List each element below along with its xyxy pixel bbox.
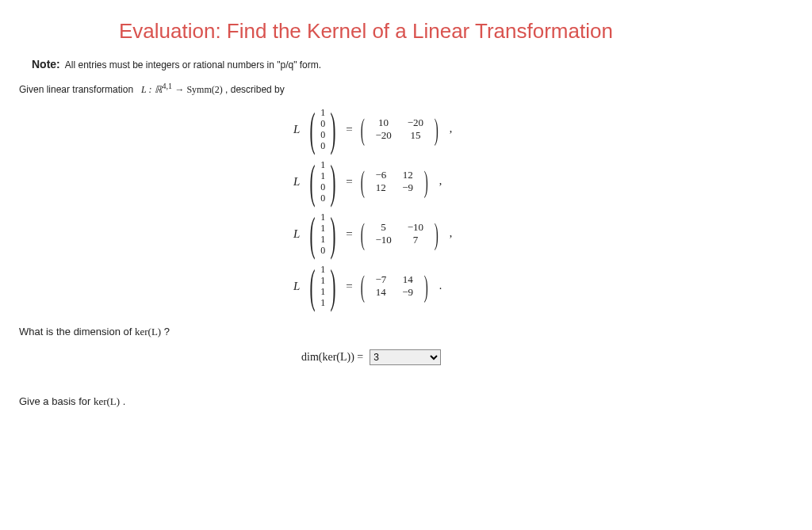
vec-entry: 1 [320,264,325,275]
output-matrix: ( 5−10−107 ) [358,221,442,246]
equals-symbol: = [346,280,352,293]
input-vector: ( 1 1 1 1 ) [304,264,341,308]
mat-entry: −9 [394,181,421,194]
input-vector: ( 1 0 0 0 ) [304,107,341,151]
dim-label: dim(ker(L)) = [301,351,363,364]
vec-entry: 1 [320,159,325,170]
vec-entry: 1 [320,170,325,181]
comma: , [439,175,442,188]
page-title: Evaluation: Find the Kernel of a Linear … [119,19,796,44]
mat-entry: 14 [367,286,394,299]
L-symbol: L [293,175,300,189]
note-text: All entries must be integers or rational… [65,59,321,71]
input-vector: ( 1 1 0 0 ) [304,159,341,204]
equals-symbol: = [346,227,352,241]
input-vector: ( 1 1 1 0 ) [304,212,341,256]
mat-entry: −6 [367,169,394,181]
vec-entry: 1 [320,297,325,308]
mat-entry: 5 [367,221,399,234]
mat-entry: −20 [400,116,431,129]
mat-entry: −20 [367,129,399,142]
mat-entry: 15 [400,129,431,142]
q-dim-suffix: ? [164,326,170,337]
note-line: Note: All entries must be integers or ra… [32,58,796,71]
question-basis: Give a basis for ker(L) . [19,395,796,408]
equation-row: L ( 1 1 1 1 ) = ( −71414−9 ) . [293,264,796,308]
mat-entry: −7 [367,273,394,286]
mat-entry: 14 [394,273,421,286]
L-symbol: L [293,227,300,241]
given-L: L : ℝ [141,84,162,95]
given-exp: 4,1 [163,82,173,90]
comma: , [450,123,453,135]
question-dimension: What is the dimension of ker(L) ? [19,326,796,338]
dim-answer-row: dim(ker(L)) = 3 [301,349,796,365]
vec-entry: 1 [320,223,325,234]
mat-entry: 10 [367,116,399,129]
equals-symbol: = [346,123,352,136]
L-symbol: L [293,280,300,293]
dim-select[interactable]: 3 [370,349,441,365]
q-basis-ker: ker(L) [94,395,120,407]
vec-entry: 0 [320,129,325,140]
equation-row: L ( 1 0 0 0 ) = ( 10−20−2015 ) , [293,107,796,151]
vec-entry: 1 [320,286,325,297]
vec-entry: 0 [320,193,325,204]
q-dim-prefix: What is the dimension of [19,326,135,337]
mat-entry: −10 [400,221,431,234]
mat-entry: 12 [394,169,421,181]
equals-symbol: = [346,175,352,189]
vec-entry: 1 [320,275,325,286]
mat-entry: −9 [394,286,421,299]
mat-entry: 7 [400,234,431,246]
equation-row: L ( 1 1 0 0 ) = ( −61212−9 ) , [293,159,796,204]
note-label: Note: [32,58,60,71]
q-basis-prefix: Give a basis for [19,395,94,407]
vec-entry: 0 [320,181,325,193]
output-matrix: ( −71414−9 ) [358,273,431,299]
mat-entry: −10 [367,234,399,246]
equations-block: L ( 1 0 0 0 ) = ( 10−20−2015 ) , L ( 1 1… [293,107,796,308]
vec-entry: 0 [320,140,325,151]
vec-entry: 0 [320,245,325,256]
q-dim-ker: ker(L) [135,326,161,337]
L-symbol: L [293,123,300,136]
comma: , [450,227,453,240]
equation-row: L ( 1 1 1 0 ) = ( 5−10−107 ) , [293,212,796,256]
given-suffix: , described by [225,84,285,95]
output-matrix: ( 10−20−2015 ) [358,116,442,142]
given-line: Given linear transformation L : ℝ4,1 → S… [19,82,796,96]
output-matrix: ( −61212−9 ) [358,169,431,194]
vec-entry: 0 [320,118,325,129]
mat-entry: 12 [367,181,394,194]
comma: . [439,280,442,292]
q-basis-suffix: . [123,395,126,407]
vec-entry: 1 [320,234,325,245]
vec-entry: 1 [320,107,325,118]
vec-entry: 1 [320,212,325,223]
given-prefix: Given linear transformation [19,84,136,95]
given-arrow: → Symm(2) [174,84,222,95]
